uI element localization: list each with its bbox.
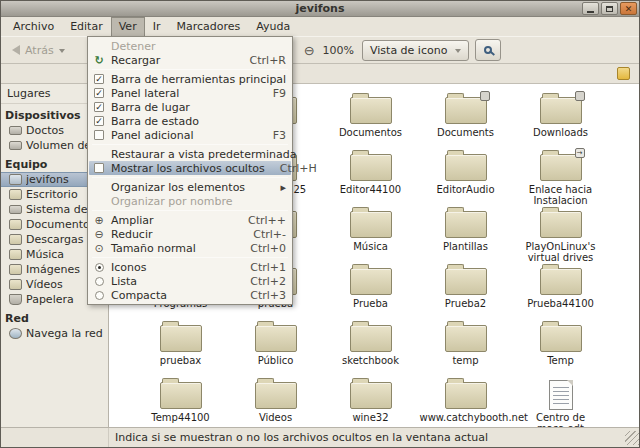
resize-grip[interactable]: [625, 431, 639, 445]
emblem-icon: [480, 91, 490, 101]
file-item[interactable]: sketchbook: [323, 320, 418, 377]
file-label: Plantillas: [443, 241, 488, 252]
submenu-arrow-icon: [270, 181, 286, 194]
file-label: Videos: [259, 412, 292, 423]
file-item[interactable]: Documentos: [323, 92, 418, 149]
menu-separator: [92, 257, 288, 258]
menu-item-label: Tamaño normal: [111, 242, 196, 255]
close-button[interactable]: [620, 2, 637, 15]
menu-item-mostrar-ocultos[interactable]: Mostrar los archivos ocultos Ctrl+H: [89, 161, 291, 175]
drive-icon: [9, 126, 22, 135]
chevron-down-icon: [455, 49, 461, 56]
sidebar-item-label: Doctos: [26, 124, 64, 137]
file-label: PlayOnLinux's virtual drives: [515, 241, 607, 263]
folder-icon: [9, 264, 22, 275]
note-icon[interactable]: [617, 67, 630, 80]
menu-item-restaurar-vista[interactable]: Restaurar a vista predeterminada: [89, 147, 291, 161]
menu-item-barra-estado[interactable]: Barra de estado: [89, 114, 291, 128]
file-label: temp: [452, 355, 478, 366]
sidebar-item-label: jevifons: [26, 173, 69, 186]
file-label: sketchbook: [342, 355, 399, 366]
file-item[interactable]: Enlace hacia Instalacion: [513, 149, 608, 206]
zoom-normal-icon: [94, 242, 103, 255]
menu-item-recargar[interactable]: Recargar Ctrl+R: [89, 53, 291, 67]
minimize-button[interactable]: [582, 2, 599, 15]
sidebar-item-label: Navega la red: [26, 327, 103, 340]
file-label: Documents: [437, 127, 494, 138]
file-item[interactable]: Centro de masa.odt: [513, 377, 608, 427]
folder-icon: [540, 268, 582, 295]
window-buttons: [582, 2, 637, 15]
menu-separator: [92, 144, 288, 145]
menu-item-compacta[interactable]: Compacta Ctrl+3: [89, 288, 291, 302]
folder-icon: [160, 325, 202, 352]
menu-item-panel-lateral[interactable]: Panel lateral F9: [89, 86, 291, 100]
folder-icon: [350, 382, 392, 409]
menu-item-organizar-elementos[interactable]: Organizar los elementos: [89, 180, 291, 194]
menu-item-panel-adicional[interactable]: Panel adicional F3: [89, 128, 291, 142]
folder-icon: [350, 211, 392, 238]
menu-item-tamano-normal[interactable]: Tamaño normal Ctrl+0: [89, 241, 291, 255]
file-item[interactable]: Temp44100: [133, 377, 228, 427]
folder-icon: [255, 382, 297, 409]
menu-separator: [92, 210, 288, 211]
file-item[interactable]: Documents: [418, 92, 513, 149]
menu-separator: [92, 177, 288, 178]
file-item[interactable]: Plantillas: [418, 206, 513, 263]
file-item[interactable]: Prueba44100: [513, 263, 608, 320]
menu-gutter: [92, 242, 106, 255]
menu-item-label: Organizar los elementos: [111, 181, 245, 194]
file-item[interactable]: Videos: [228, 377, 323, 427]
menu-gutter: [92, 291, 106, 300]
back-button[interactable]: Atrás: [7, 41, 70, 60]
view-selector-dropdown[interactable]: Vista de icono: [362, 40, 469, 61]
zoom-out-icon[interactable]: [304, 43, 315, 58]
menu-item-label: Iconos: [111, 261, 146, 274]
menu-item-lista[interactable]: Lista Ctrl+2: [89, 274, 291, 288]
menu-marcadores[interactable]: Marcadores: [168, 17, 248, 36]
maximize-button[interactable]: [601, 2, 618, 15]
folder-icon: [540, 211, 582, 238]
file-item[interactable]: Prueba2: [418, 263, 513, 320]
menu-ayuda[interactable]: Ayuda: [248, 17, 298, 36]
folder-icon: [350, 97, 392, 124]
menu-ver[interactable]: Ver: [111, 17, 145, 36]
file-item[interactable]: EditorAudio: [418, 149, 513, 206]
menu-shortcut: Ctrl+R: [240, 54, 286, 67]
menu-archivo[interactable]: Archivo: [5, 17, 62, 36]
file-item[interactable]: Editor44100: [323, 149, 418, 206]
zoom-out-icon: [94, 228, 103, 241]
file-item[interactable]: www.catchybooth.net: [418, 377, 513, 427]
file-item[interactable]: Temp: [513, 320, 608, 377]
file-item[interactable]: Público: [228, 320, 323, 377]
menu-item-ampliar[interactable]: Ampliar Ctrl++: [89, 213, 291, 227]
network-icon: [9, 328, 22, 339]
file-item[interactable]: temp: [418, 320, 513, 377]
menu-gutter: [92, 228, 106, 241]
menu-ir[interactable]: Ir: [145, 17, 169, 36]
search-button[interactable]: [475, 39, 501, 61]
file-manager-window: jevifons Archivo Editar Ver Ir Marcadore…: [0, 0, 640, 448]
sidebar-item-label: Papelera: [26, 293, 74, 306]
menu-item-iconos[interactable]: Iconos Ctrl+1: [89, 260, 291, 274]
menu-item-label: Barra de herramientas principal: [111, 73, 286, 86]
file-label: pruebax: [160, 355, 201, 366]
titlebar[interactable]: jevifons: [1, 1, 639, 17]
zoom-in-icon: [94, 214, 103, 227]
file-item[interactable]: Prueba: [323, 263, 418, 320]
sidebar-section-red: Red: [1, 307, 108, 326]
file-item[interactable]: pruebax: [133, 320, 228, 377]
menu-item-barra-lugar[interactable]: Barra de lugar: [89, 100, 291, 114]
sidebar-item-red[interactable]: Navega la red: [1, 326, 108, 341]
menu-editar[interactable]: Editar: [62, 17, 111, 36]
file-item[interactable]: PlayOnLinux's virtual drives: [513, 206, 608, 263]
menu-gutter: [92, 54, 106, 67]
menu-shortcut: Ctrl+1: [240, 261, 286, 274]
menu-item-reducir[interactable]: Reducir Ctrl+-: [89, 227, 291, 241]
menu-item-barra-herramientas[interactable]: Barra de herramientas principal: [89, 72, 291, 86]
file-item[interactable]: Música: [323, 206, 418, 263]
folder-icon: [9, 249, 22, 260]
file-item[interactable]: wine32: [323, 377, 418, 427]
file-label: wine32: [352, 412, 388, 423]
file-item[interactable]: Downloads: [513, 92, 608, 149]
